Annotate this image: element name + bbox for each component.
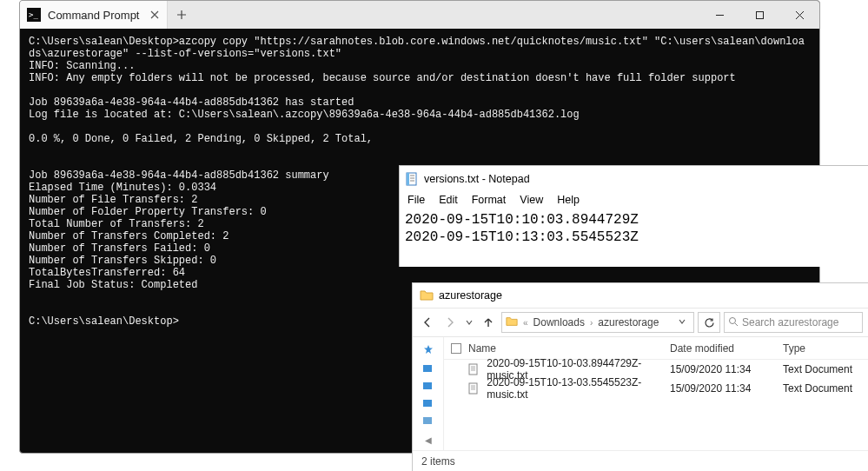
notepad-titlebar[interactable]: versions.txt - Notepad (400, 166, 868, 192)
item-count: 2 items (421, 455, 455, 468)
nav-item-icon[interactable] (423, 377, 434, 386)
address-bar[interactable]: « Downloads › azurestorage (501, 312, 694, 333)
quick-access-icon[interactable] (423, 342, 434, 351)
address-dropdown-icon[interactable] (674, 316, 690, 328)
svg-rect-4 (407, 173, 409, 185)
back-button[interactable] (418, 313, 437, 332)
search-placeholder: Search azurestorage (742, 316, 838, 328)
col-name-header[interactable]: Name (468, 342, 496, 355)
up-button[interactable] (479, 313, 498, 332)
svg-rect-12 (423, 382, 432, 389)
file-type: Text Document (783, 382, 868, 395)
file-type: Text Document (783, 363, 868, 375)
nav-item-icon[interactable] (423, 395, 434, 403)
close-button[interactable] (779, 1, 819, 29)
menu-file[interactable]: File (401, 192, 431, 209)
status-bar: 2 items (413, 450, 868, 471)
explorer-nav-pane[interactable]: ◀ (413, 337, 444, 450)
svg-rect-14 (423, 417, 432, 424)
maximize-button[interactable] (739, 1, 779, 29)
close-tab-icon[interactable] (148, 8, 162, 22)
nav-item-icon[interactable] (423, 412, 434, 421)
search-box[interactable]: Search azurestorage (724, 312, 863, 333)
explorer-body: ◀ Name Date modified Type 2020-09-15T10-… (413, 337, 868, 450)
cmd-titlebar[interactable]: >_ Command Prompt (20, 1, 819, 29)
recent-dropdown-icon[interactable] (463, 313, 475, 332)
cmd-tab-title: Command Prompt (48, 9, 139, 22)
file-name: 2020-09-15T10-13-03.5545523Z-music.txt (487, 376, 670, 401)
svg-marker-10 (424, 345, 433, 354)
chevron-right-icon: › (590, 318, 593, 328)
menu-edit[interactable]: Edit (433, 192, 464, 209)
text-file-icon (467, 382, 480, 395)
file-list: Name Date modified Type 2020-09-15T10-10… (444, 337, 868, 450)
nav-item-icon[interactable] (423, 360, 434, 368)
col-type-header[interactable]: Type (783, 342, 868, 355)
menu-help[interactable]: Help (551, 192, 586, 209)
folder-icon (420, 289, 434, 302)
cmd-tab[interactable]: >_ Command Prompt (20, 1, 168, 29)
breadcrumb-azurestorage[interactable]: azurestorage (598, 316, 659, 328)
text-file-icon (467, 363, 480, 375)
new-tab-button[interactable] (168, 1, 195, 29)
file-row[interactable]: 2020-09-15T10-13-03.5545523Z-music.txt 1… (444, 379, 868, 398)
svg-rect-2 (756, 11, 763, 18)
forward-button[interactable] (441, 313, 460, 332)
window-controls (699, 1, 819, 29)
explorer-title: azurestorage (439, 289, 502, 302)
menu-view[interactable]: View (514, 192, 549, 209)
terminal-icon: >_ (27, 8, 41, 22)
file-date: 15/09/2020 11:34 (670, 363, 783, 375)
nav-scroll-left-icon[interactable]: ◀ (425, 435, 432, 445)
notepad-icon (405, 172, 419, 186)
folder-icon (506, 315, 518, 330)
svg-text:>_: >_ (29, 10, 38, 19)
svg-point-8 (730, 317, 736, 323)
notepad-window: versions.txt - Notepad File Edit Format … (399, 165, 868, 267)
notepad-title: versions.txt - Notepad (424, 173, 530, 185)
svg-rect-11 (423, 365, 432, 372)
select-all-checkbox[interactable] (451, 343, 461, 354)
minimize-button[interactable] (699, 1, 739, 29)
menu-format[interactable]: Format (466, 192, 513, 209)
file-date: 15/09/2020 11:34 (670, 382, 783, 395)
svg-rect-13 (423, 400, 432, 407)
notepad-text-area[interactable]: 2020-09-15T10:10:03.8944729Z 2020-09-15T… (400, 209, 868, 248)
svg-line-9 (735, 323, 738, 326)
file-explorer-window: azurestorage « Downloads › azurestorage … (412, 282, 868, 471)
explorer-toolbar: « Downloads › azurestorage Search azures… (413, 308, 868, 337)
svg-rect-15 (469, 364, 477, 375)
refresh-button[interactable] (698, 312, 720, 333)
search-icon (728, 316, 739, 329)
breadcrumb-downloads[interactable]: Downloads (533, 316, 585, 328)
explorer-titlebar[interactable]: azurestorage (413, 283, 868, 308)
breadcrumb-prefix: « (523, 318, 528, 328)
notepad-menubar: File Edit Format View Help (400, 192, 868, 209)
col-date-header[interactable]: Date modified (670, 342, 783, 355)
svg-rect-19 (469, 383, 477, 394)
